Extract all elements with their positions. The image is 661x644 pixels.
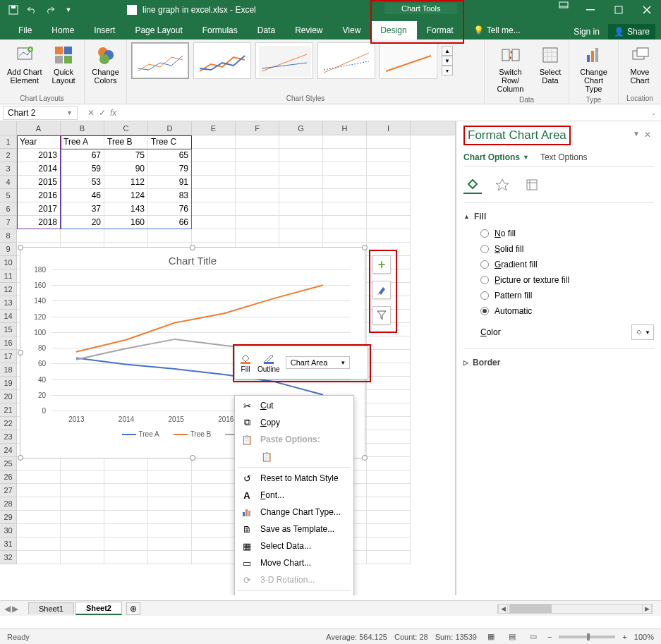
close-icon[interactable] [633,0,661,20]
radio-picture-fill[interactable]: Picture or texture fill [480,275,654,285]
fill-and-line-tab-icon[interactable] [463,176,482,194]
row-header[interactable]: 6 [0,202,17,216]
row-header[interactable]: 27 [0,484,17,497]
save-icon[interactable] [6,2,21,18]
cell[interactable]: 143 [104,202,148,216]
row-header[interactable]: 4 [0,176,17,189]
col-header-C[interactable]: C [104,121,148,135]
cell[interactable]: 160 [104,216,148,229]
cell[interactable] [61,229,104,243]
cell[interactable] [104,551,148,564]
sheet-nav-next-icon[interactable]: ▶ [12,604,18,614]
qat-customize-icon[interactable]: ▼ [61,2,76,18]
tab-review[interactable]: Review [285,21,332,40]
formula-bar-input[interactable] [123,106,647,120]
cell[interactable] [236,229,279,243]
row-header[interactable]: 10 [0,256,17,269]
ctx-cut[interactable]: ✂Cut [235,397,353,414]
row-header[interactable]: 19 [0,377,17,390]
cell[interactable] [104,537,148,551]
quick-layout-button[interactable]: Quick Layout [49,42,78,86]
ribbon-display-options-icon[interactable] [557,0,571,10]
cell[interactable] [367,336,411,350]
select-all-corner[interactable] [0,121,17,135]
ctx-font[interactable]: AFont... [235,487,353,504]
cell[interactable] [192,176,236,189]
add-chart-element-button[interactable]: Add Chart Element [4,42,45,86]
formula-bar-expand-icon[interactable]: ⌄ [647,109,661,116]
cell[interactable] [192,216,236,229]
col-header-G[interactable]: G [279,121,323,135]
cell[interactable] [367,176,411,189]
cell[interactable] [192,202,236,216]
cell[interactable] [279,162,323,176]
cell[interactable] [367,444,411,457]
cell[interactable] [236,189,279,202]
format-tab-chart-options[interactable]: Chart Options▼ [463,152,529,162]
cell[interactable]: Tree A [61,135,104,149]
hscroll-left-icon[interactable]: ◀ [498,604,508,613]
cell[interactable] [236,149,279,162]
fill-section-header[interactable]: ▲Fill [463,209,654,224]
row-header[interactable]: 30 [0,524,17,537]
cell[interactable] [17,537,61,551]
cell[interactable] [17,484,61,497]
cell[interactable] [17,511,61,524]
radio-pattern-fill[interactable]: Pattern fill [480,291,654,300]
cell[interactable] [17,457,61,470]
cell[interactable]: 2018 [17,216,61,229]
cell[interactable] [104,497,148,511]
view-normal-icon[interactable]: ▦ [484,631,498,643]
cell[interactable] [61,484,104,497]
cell[interactable] [367,390,411,403]
cell[interactable] [279,135,323,149]
radio-gradient-fill[interactable]: Gradient fill [480,260,654,269]
name-box[interactable]: Chart 2 ▼ [3,106,78,120]
cell[interactable]: 2013 [17,149,61,162]
cell[interactable] [148,484,192,497]
chart-style-5[interactable] [380,42,437,79]
chart-title[interactable]: Chart Title [20,248,365,269]
cell[interactable]: 76 [148,202,192,216]
style-scroll-down[interactable]: ▼ [442,56,453,66]
cell[interactable] [148,537,192,551]
cell[interactable] [323,162,367,176]
chart-handle-br[interactable] [362,455,368,461]
sheet-tab-sheet1[interactable]: Sheet1 [28,602,74,614]
border-section-header[interactable]: ▷Border [463,355,654,370]
row-header[interactable]: 11 [0,269,17,283]
row-header[interactable]: 1 [0,135,17,149]
col-header-F[interactable]: F [236,121,279,135]
cell[interactable]: 65 [148,149,192,162]
ctx-copy[interactable]: ⧉Copy [235,414,353,431]
col-header-D[interactable]: D [148,121,192,135]
cell[interactable] [104,470,148,484]
size-properties-tab-icon[interactable] [523,176,541,194]
col-header-I[interactable]: I [367,121,411,135]
chart-style-3[interactable] [255,42,313,79]
cell[interactable] [367,470,411,484]
cell[interactable] [236,176,279,189]
chart-plot-area[interactable]: 020406080100120140160180 201320142015201… [51,269,351,411]
zoom-slider[interactable] [559,636,615,638]
change-chart-type-button[interactable]: Change Chart Type [574,42,614,95]
tab-file[interactable]: File [8,21,42,40]
row-header[interactable]: 13 [0,296,17,310]
cell[interactable] [279,189,323,202]
cell[interactable] [192,457,236,470]
select-data-button[interactable]: Select Data [536,42,564,95]
cell[interactable] [17,470,61,484]
cell[interactable] [17,551,61,564]
cell[interactable] [367,189,411,202]
cell[interactable] [61,551,104,564]
cell[interactable] [279,176,323,189]
row-header[interactable]: 5 [0,189,17,202]
chart-handle-t[interactable] [190,245,195,250]
format-pane-menu-icon[interactable]: ▼ [633,130,640,140]
col-header-B[interactable]: B [61,121,104,135]
new-sheet-button[interactable]: ⊕ [126,602,140,615]
row-header[interactable]: 7 [0,216,17,229]
cell[interactable] [367,403,411,417]
cell[interactable] [236,202,279,216]
cell[interactable] [192,229,236,243]
